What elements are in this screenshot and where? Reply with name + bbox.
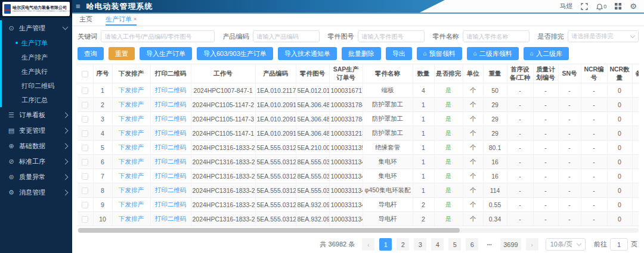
row-checkbox[interactable]	[82, 116, 88, 123]
select-all-checkbox[interactable]	[82, 71, 88, 77]
dispatch-link[interactable]: 下发排产	[112, 112, 150, 126]
cell-first-equip: -	[507, 126, 533, 140]
goto-page-input[interactable]	[610, 238, 628, 251]
scrollbar-thumb[interactable]	[78, 228, 460, 233]
action-button-批量删除[interactable]: 批量删除	[342, 47, 381, 60]
action-button-导入生产订单[interactable]: 导入生产订单	[140, 47, 192, 60]
row-checkbox[interactable]	[82, 202, 88, 208]
sidebar-subitem-生产执行[interactable]: 生产执行	[2, 64, 72, 79]
page-button-4[interactable]: 4	[431, 238, 444, 251]
menu-collapse-icon[interactable]: ≡	[76, 2, 80, 11]
sidebar-subitem-打印二维码[interactable]: 打印二维码	[2, 79, 72, 93]
action-button-row: 查询重置导入生产订单导入603/903生产订单导入技术通知单批量删除导出⌂预留领…	[78, 44, 639, 64]
part-drawing-input[interactable]	[358, 30, 425, 42]
dispatch-link[interactable]: 下发排产	[112, 140, 150, 155]
sidebar-item-质量异常[interactable]: ⊚质量异常	[0, 169, 72, 185]
cell-ncr-qty: 0	[607, 198, 632, 212]
sidebar-subitem-工序汇总[interactable]: 工序汇总	[2, 93, 72, 107]
cell-part-drawing: 5EA.306.4887	[296, 112, 329, 126]
row-checkbox[interactable]	[82, 102, 88, 108]
print-qr-link[interactable]: 打印二维码	[150, 126, 191, 140]
close-icon[interactable]: ×	[134, 16, 137, 22]
dispatch-link[interactable]: 下发排产	[112, 212, 150, 226]
action-button-查询[interactable]: 查询	[78, 47, 104, 60]
sidebar-item-变更管理[interactable]: ▤变更管理	[0, 123, 72, 138]
tab-生产订单[interactable]: 生产订单×	[106, 14, 137, 26]
chevron-right-icon	[63, 189, 69, 195]
button-label: 预留领料	[429, 49, 456, 58]
settings-gear-icon[interactable]: ⚙	[630, 2, 637, 10]
print-qr-link[interactable]: 打印二维码	[150, 112, 191, 126]
row-checkbox[interactable]	[82, 88, 88, 94]
prev-page-button[interactable]: ‹	[362, 238, 374, 251]
username[interactable]: 马煜	[559, 2, 572, 11]
dispatch-link[interactable]: 下发排产	[112, 98, 150, 112]
part-name-input[interactable]	[463, 30, 530, 42]
scheduled-select[interactable]: 请选择是否排完	[568, 30, 639, 42]
print-qr-link[interactable]: 打印二维码	[150, 183, 191, 198]
row-checkbox[interactable]	[82, 145, 88, 151]
cell-no: 7	[93, 169, 112, 183]
row-checkbox[interactable]	[82, 188, 88, 194]
table-body: 1下发排产打印二维码2024HPC1007-847-11EA.010.21175…	[78, 83, 639, 226]
sidebar-item-消息管理[interactable]: ⚙消息管理	[0, 185, 72, 200]
row-checkbox[interactable]	[82, 130, 88, 137]
page-button-1[interactable]: 1	[379, 238, 392, 251]
page-button-5[interactable]: 5	[448, 238, 461, 251]
print-qr-link[interactable]: 打印二维码	[150, 155, 191, 169]
row-checkbox[interactable]	[82, 173, 88, 180]
page-button-2[interactable]: 2	[397, 238, 409, 251]
cell-work-no: 2024HPC1316-1833-2	[191, 155, 255, 169]
page-button-3699[interactable]: 3699	[500, 238, 521, 251]
cell-part-drawing: 5EA.012.0179	[296, 83, 329, 98]
apps-grid-icon[interactable]	[615, 3, 621, 10]
cell-qty: 4	[413, 83, 434, 98]
column-header-零件图号: 零件图号	[296, 64, 329, 83]
action-button-重置[interactable]: 重置	[109, 47, 135, 60]
page-button-6[interactable]: 6	[466, 238, 478, 251]
cell-sap-no: 10003311347	[329, 212, 363, 226]
sidebar-item-标准工序[interactable]: ⊘标准工序	[0, 154, 72, 169]
product-code-input[interactable]	[253, 30, 320, 42]
row-checkbox[interactable]	[82, 159, 88, 165]
fullscreen-icon[interactable]	[581, 3, 588, 10]
print-qr-link[interactable]: 打印二维码	[150, 212, 191, 226]
sidebar-item-生产管理[interactable]: ⊙生产管理	[2, 20, 72, 36]
dispatch-link[interactable]: 下发排产	[112, 83, 150, 98]
dispatch-link[interactable]: 下发排产	[112, 126, 150, 140]
action-button-入二级库[interactable]: ⌂入二级库	[524, 47, 569, 60]
dispatch-link[interactable]: 下发排产	[112, 169, 150, 183]
sidebar-item-基础数据[interactable]: ⊕基础数据	[0, 138, 72, 154]
horizontal-scrollbar[interactable]	[78, 228, 639, 233]
action-button-导出[interactable]: 导出	[386, 47, 412, 60]
page-button-3[interactable]: 3	[414, 238, 426, 251]
next-page-button[interactable]: ›	[526, 238, 538, 251]
dispatch-link[interactable]: 下发排产	[112, 183, 150, 198]
sidebar-subitem-生产订单[interactable]: 生产订单	[2, 36, 72, 50]
column-header-序号: 序号	[93, 64, 112, 83]
dispatch-link[interactable]: 下发排产	[112, 155, 150, 169]
keyword-input[interactable]	[101, 30, 215, 42]
cell-first-equip: -	[507, 112, 533, 126]
cell-work-no: 2024HPC1316-1833-2	[191, 140, 255, 155]
action-button-导入技术通知单[interactable]: 导入技术通知单	[278, 47, 337, 60]
sidebar-subitem-生产排产[interactable]: 生产排产	[2, 50, 72, 64]
print-qr-link[interactable]: 打印二维码	[150, 198, 191, 212]
row-checkbox[interactable]	[82, 216, 88, 223]
action-button-二级库领料[interactable]: ⌂二级库领料	[467, 47, 519, 60]
print-qr-link[interactable]: 打印二维码	[150, 83, 191, 98]
sidebar-item-订单看板[interactable]: ☰订单看板	[0, 107, 72, 123]
tab-主页[interactable]: 主页	[79, 14, 92, 26]
notification-bell-icon[interactable]: 0	[596, 3, 606, 10]
cell-product-code: 5EA.555.0312	[255, 198, 296, 212]
page-size-select[interactable]: 10条/页	[546, 238, 586, 251]
cell-part-name: 集电环	[363, 169, 413, 183]
action-button-预留领料[interactable]: ⌂预留领料	[417, 47, 462, 60]
dispatch-link[interactable]: 下发排产	[112, 198, 150, 212]
action-button-导入603/903生产订单[interactable]: 导入603/903生产订单	[197, 47, 273, 60]
cell-sap-no: 10003311348	[329, 155, 363, 169]
print-qr-link[interactable]: 打印二维码	[150, 98, 191, 112]
print-qr-link[interactable]: 打印二维码	[150, 169, 191, 183]
warehouse-icon: ⌂	[530, 51, 534, 57]
print-qr-link[interactable]: 打印二维码	[150, 140, 191, 155]
